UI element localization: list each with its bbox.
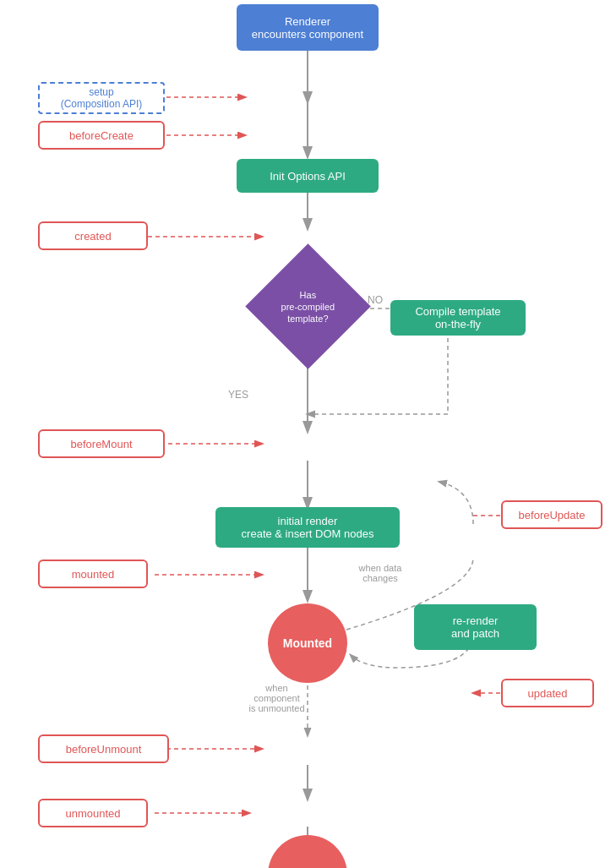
renderer-node: Renderer encounters component: [237, 4, 379, 51]
before-update-node: beforeUpdate: [501, 500, 602, 529]
unmounted-circle: Unmounted: [268, 835, 347, 868]
unmounted-hook-node: unmounted: [38, 799, 148, 827]
yes-label: YES: [228, 389, 248, 401]
when-data-changes-label: when data changes: [346, 563, 414, 583]
before-create-node: beforeCreate: [38, 121, 165, 150]
init-options-node: Init Options API: [237, 159, 379, 193]
rerender-node: re-render and patch: [414, 604, 537, 650]
updated-node: updated: [501, 679, 594, 707]
has-template-node: Has pre-compiled template?: [245, 243, 370, 368]
initial-render-node: initial render create & insert DOM nodes: [215, 507, 400, 548]
setup-node: setup (Composition API): [38, 82, 165, 114]
mounted-hook-node: mounted: [38, 560, 148, 588]
created-node: created: [38, 221, 148, 250]
lifecycle-diagram: Renderer encounters component setup (Com…: [0, 0, 616, 868]
mounted-circle: Mounted: [268, 603, 347, 683]
no-label: NO: [368, 294, 383, 306]
before-unmount-node: beforeUnmount: [38, 734, 169, 763]
compile-template-node: Compile template on-the-fly: [390, 300, 526, 336]
before-mount-node: beforeMount: [38, 429, 165, 458]
when-unmounted-label: when component is unmounted: [237, 683, 317, 713]
